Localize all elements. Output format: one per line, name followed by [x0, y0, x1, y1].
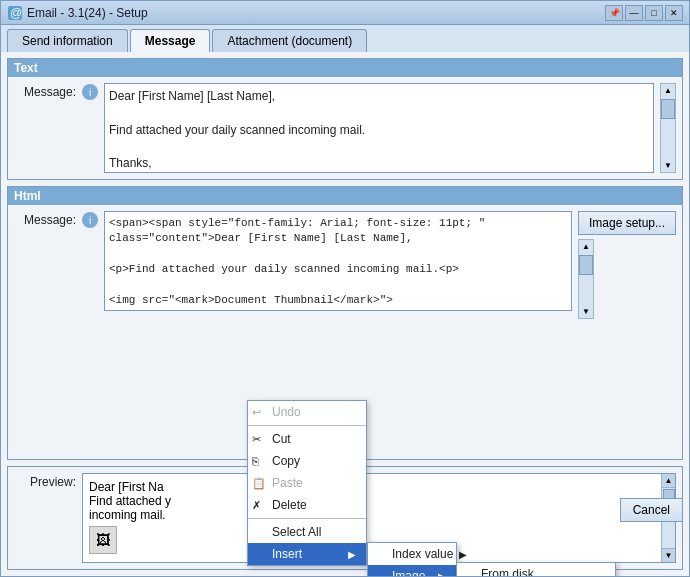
submenu-image[interactable]: Image ▶ [368, 565, 456, 576]
image-arrow-icon: ▶ [438, 571, 446, 577]
ctx-paste-label: Paste [272, 476, 303, 490]
text-section: Text Message: i Dear [First Name] [Last … [7, 58, 683, 180]
ctx-paste[interactable]: 📋 Paste [248, 472, 366, 494]
tab-bar: Send information Message Attachment (doc… [1, 25, 689, 52]
undo-icon: ↩ [252, 406, 261, 419]
ctx-copy[interactable]: ⎘ Copy [248, 450, 366, 472]
cut-icon: ✂ [252, 433, 261, 446]
preview-label: Preview: [14, 473, 76, 489]
tab-send-information[interactable]: Send information [7, 29, 128, 52]
text-scrollbar[interactable]: ▲ ▼ [660, 83, 676, 173]
index-value-label: Index value [392, 547, 453, 561]
delete-icon: ✗ [252, 499, 261, 512]
preview-line3: incoming mail. [89, 508, 166, 522]
ctx-undo[interactable]: ↩ Undo [248, 401, 366, 423]
window-icon: @ [7, 5, 23, 21]
text-message-input[interactable]: Dear [First Name] [Last Name], Find atta… [104, 83, 654, 173]
context-menu: ↩ Undo ✂ Cut ⎘ Copy 📋 Paste ✗ Delete [247, 400, 367, 566]
from-disk-label: From disk [481, 567, 534, 576]
ctx-select-all[interactable]: Select All [248, 521, 366, 543]
image-label: Image [392, 569, 425, 576]
ctx-delete-label: Delete [272, 498, 307, 512]
submenu-image-options: From disk Document thumbnail [456, 562, 616, 576]
window-title: Email - 3.1(24) - Setup [27, 6, 605, 20]
index-value-arrow-icon: ▶ [459, 549, 467, 560]
submenu-insert: Index value ▶ Image ▶ [367, 542, 457, 576]
image-icon: 🖼 [96, 532, 110, 548]
pin-button[interactable]: 📌 [605, 5, 623, 21]
svg-text:@: @ [10, 6, 22, 20]
close-button[interactable]: ✕ [665, 5, 683, 21]
maximize-button[interactable]: □ [645, 5, 663, 21]
main-window: @ Email - 3.1(24) - Setup 📌 — □ ✕ Send i… [0, 0, 690, 577]
ctx-sep-1 [248, 425, 366, 426]
submenu-index-value[interactable]: Index value ▶ [368, 543, 456, 565]
image-setup-button[interactable]: Image setup... [578, 211, 676, 235]
title-bar: @ Email - 3.1(24) - Setup 📌 — □ ✕ [1, 1, 689, 25]
ctx-undo-label: Undo [272, 405, 301, 419]
html-scrollbar[interactable]: ▲ ▼ [578, 239, 594, 319]
text-message-info-icon[interactable]: i [82, 84, 98, 100]
minimize-button[interactable]: — [625, 5, 643, 21]
text-message-row: Message: i Dear [First Name] [Last Name]… [14, 83, 676, 173]
preview-scroll-up[interactable]: ▲ [662, 474, 675, 488]
html-section-header: Html [8, 187, 682, 205]
main-content: Text Message: i Dear [First Name] [Last … [1, 52, 689, 576]
from-disk-option[interactable]: From disk [457, 563, 615, 576]
html-message-info-icon[interactable]: i [82, 212, 98, 228]
ctx-sep-2 [248, 518, 366, 519]
cancel-button[interactable]: Cancel [620, 498, 683, 522]
ctx-select-all-label: Select All [272, 525, 321, 539]
ctx-cut-label: Cut [272, 432, 291, 446]
copy-icon: ⎘ [252, 455, 259, 467]
preview-scroll-down[interactable]: ▼ [662, 548, 675, 562]
html-right-controls: Image setup... ▲ ▼ [578, 211, 676, 319]
tab-attachment[interactable]: Attachment (document) [212, 29, 367, 52]
ctx-cut[interactable]: ✂ Cut [248, 428, 366, 450]
text-message-wrap: Dear [First Name] [Last Name], Find atta… [104, 83, 654, 173]
preview-image-placeholder: 🖼 [89, 526, 117, 554]
ctx-copy-label: Copy [272, 454, 300, 468]
preview-line1: Dear [First Na [89, 480, 669, 494]
ctx-delete[interactable]: ✗ Delete [248, 494, 366, 516]
html-message-input[interactable]: <span><span style="font-family: Arial; f… [104, 211, 572, 311]
insert-arrow-icon: ▶ [348, 549, 356, 560]
paste-icon: 📋 [252, 477, 266, 490]
html-textarea-wrap: <span><span style="font-family: Arial; f… [104, 211, 572, 311]
ctx-insert[interactable]: Insert ▶ [248, 543, 366, 565]
text-message-label: Message: [14, 83, 76, 99]
text-section-body: Message: i Dear [First Name] [Last Name]… [8, 77, 682, 179]
html-message-label: Message: [14, 211, 76, 227]
text-section-header: Text [8, 59, 682, 77]
tab-message[interactable]: Message [130, 29, 211, 52]
ctx-insert-label: Insert [272, 547, 302, 561]
title-bar-controls: 📌 — □ ✕ [605, 5, 683, 21]
preview-line2: Find attached y [89, 494, 669, 508]
